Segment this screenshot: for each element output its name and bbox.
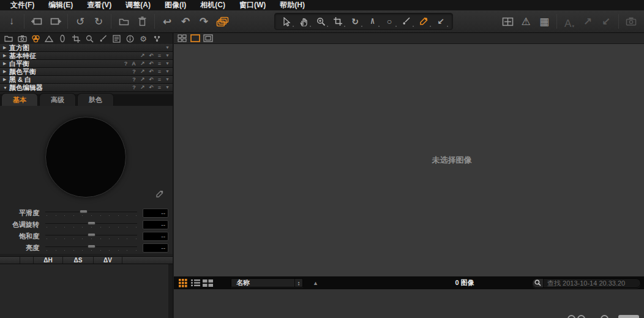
slider-value[interactable]: -- bbox=[143, 232, 168, 241]
help-icon[interactable]: ? bbox=[132, 76, 136, 83]
reset-adjustments-icon[interactable]: ↶ bbox=[149, 84, 154, 91]
copy-adjustments-icon[interactable]: ↗ bbox=[140, 76, 145, 83]
menu-view[interactable]: 查看(V) bbox=[81, 0, 117, 10]
grid-overlay-icon[interactable]: ▦ bbox=[535, 13, 553, 30]
arrow-up-right-icon[interactable]: ↗ bbox=[578, 13, 597, 30]
tab-advanced[interactable]: 高级 bbox=[39, 93, 76, 106]
list-view-button[interactable] bbox=[189, 278, 201, 288]
color-delta-table-body[interactable] bbox=[0, 264, 173, 318]
menu-window[interactable]: 窗口(W) bbox=[234, 0, 271, 10]
arrow-down-left-icon[interactable]: ↙ bbox=[597, 13, 615, 30]
primary-view-icon[interactable] bbox=[189, 34, 201, 43]
redo-icon[interactable]: ↷ bbox=[195, 13, 213, 30]
slider-track[interactable] bbox=[45, 232, 137, 241]
crop-tool[interactable] bbox=[329, 14, 346, 29]
browser-thumbnails-area[interactable] bbox=[174, 289, 644, 318]
spot-circle-tool[interactable]: ○ bbox=[381, 14, 398, 29]
menu-edit[interactable]: 编辑(E) bbox=[43, 0, 78, 10]
section-dropdown-icon[interactable]: ▼ bbox=[165, 68, 170, 75]
color-wheel[interactable] bbox=[45, 117, 126, 198]
menu-file[interactable]: 文件(F) bbox=[5, 0, 40, 10]
menu-camera[interactable]: 相机(C) bbox=[195, 0, 231, 10]
select-spinner-icon[interactable]: ▴ ▾ bbox=[294, 279, 302, 287]
section-dropdown-icon[interactable]: ▼ bbox=[165, 45, 170, 51]
slider-value[interactable]: -- bbox=[143, 220, 168, 229]
menu-image[interactable]: 图像(I) bbox=[159, 0, 192, 10]
reset-adjustments-icon[interactable]: ↶ bbox=[149, 53, 154, 59]
multi-view-icon[interactable] bbox=[176, 34, 189, 43]
rotate-image-left-icon[interactable] bbox=[28, 13, 46, 30]
tab-metadata-icon[interactable] bbox=[110, 34, 123, 43]
rotate-image-right-icon[interactable] bbox=[46, 13, 64, 30]
tab-library-folder-icon[interactable] bbox=[2, 34, 15, 43]
section-dropdown-icon[interactable]: ▼ bbox=[165, 61, 170, 67]
reset-adjustments-icon[interactable]: ↶ bbox=[149, 61, 154, 67]
copy-adjustments-icon[interactable]: ↗ bbox=[140, 61, 145, 67]
rotate-cw-icon[interactable]: ↻ bbox=[89, 13, 108, 30]
tab-basic[interactable]: 基本 bbox=[1, 93, 38, 106]
reset-adjustments-icon[interactable]: ↶ bbox=[149, 68, 154, 75]
section-dropdown-icon[interactable]: ▼ bbox=[165, 53, 170, 59]
tab-info-icon[interactable] bbox=[123, 34, 137, 43]
rotate-ccw-icon[interactable]: ↺ bbox=[71, 13, 89, 30]
copy-adjustments-icon[interactable]: ↗ bbox=[140, 68, 145, 75]
tab-lens-icon[interactable] bbox=[56, 34, 69, 43]
presets-menu-icon[interactable]: ≡ bbox=[158, 53, 161, 59]
brush-tool[interactable] bbox=[398, 14, 415, 29]
tab-details-loupe-icon[interactable] bbox=[83, 34, 96, 43]
slider-handle[interactable] bbox=[88, 245, 95, 248]
grid-view-button[interactable] bbox=[177, 278, 189, 288]
slider-track[interactable] bbox=[45, 244, 137, 253]
section-dropdown-icon[interactable]: ▼ bbox=[165, 76, 170, 83]
copy-adjustments-icon[interactable]: ↗ bbox=[140, 84, 145, 91]
tab-output-icon[interactable] bbox=[150, 34, 163, 43]
slider-track[interactable] bbox=[45, 209, 137, 218]
tab-skin-tone[interactable]: 肤色 bbox=[77, 93, 114, 106]
slider-handle[interactable] bbox=[88, 221, 95, 225]
slider-track[interactable] bbox=[45, 221, 137, 229]
proof-view-icon[interactable] bbox=[201, 34, 214, 43]
section-color-editor[interactable]: ▼ 颜色编辑器 ? ↗ ↶ ≡ ▼ bbox=[0, 84, 173, 92]
undo-back-icon[interactable]: ↩ bbox=[158, 13, 176, 30]
tab-settings-gear-icon[interactable]: ⚙ bbox=[137, 34, 150, 43]
sort-ascending-button[interactable]: ▲ bbox=[313, 280, 318, 286]
search-input[interactable] bbox=[544, 279, 640, 287]
presets-menu-icon[interactable]: ≡ bbox=[158, 76, 161, 83]
zoom-tool[interactable] bbox=[312, 14, 329, 29]
collapse-arrow-icon[interactable]: ▶ bbox=[3, 77, 9, 82]
menu-adjustments[interactable]: 调整(A) bbox=[120, 0, 156, 10]
help-icon[interactable]: ? bbox=[132, 68, 136, 75]
collapse-arrow-icon[interactable]: ▶ bbox=[3, 61, 9, 66]
color-picker-tool[interactable] bbox=[415, 14, 432, 29]
tab-color-icon[interactable] bbox=[29, 34, 42, 43]
camera-capture-icon[interactable] bbox=[622, 13, 640, 30]
menu-help[interactable]: 帮助(H) bbox=[274, 0, 310, 10]
presets-menu-icon[interactable]: ≡ bbox=[158, 84, 161, 91]
presets-menu-icon[interactable]: ≡ bbox=[158, 68, 161, 75]
slider-handle[interactable] bbox=[88, 233, 95, 237]
table-col-delta-s[interactable]: ΔS bbox=[63, 257, 94, 264]
slider-value[interactable]: -- bbox=[143, 209, 168, 218]
collapse-arrow-icon[interactable]: ▶ bbox=[3, 69, 9, 74]
copy-adjustments-icon[interactable]: ↗ bbox=[140, 53, 145, 59]
tab-local-adjustments-brush-icon[interactable] bbox=[96, 34, 110, 43]
straighten-tool[interactable]: ↻ bbox=[346, 14, 364, 29]
annotation-text-icon[interactable]: A ▾ bbox=[560, 13, 578, 30]
collapse-arrow-icon[interactable]: ▶ bbox=[3, 45, 9, 50]
undo-icon[interactable]: ↶ bbox=[176, 13, 195, 30]
eyedropper-icon[interactable] bbox=[155, 190, 164, 201]
reset-adjustments-icon[interactable]: ↶ bbox=[149, 76, 154, 83]
exposure-warning-icon[interactable]: ⚠ bbox=[517, 13, 535, 30]
expand-arrow-icon[interactable]: ▼ bbox=[3, 86, 9, 90]
tab-exposure-icon[interactable] bbox=[42, 34, 56, 43]
variants-stack-icon[interactable] bbox=[213, 13, 231, 30]
help-icon[interactable]: ? bbox=[124, 61, 128, 67]
import-download-icon[interactable]: ↓ bbox=[2, 13, 21, 30]
presets-menu-icon[interactable]: ≡ bbox=[158, 61, 161, 67]
tab-crop-icon[interactable] bbox=[69, 34, 83, 43]
filmstrip-view-button[interactable] bbox=[201, 278, 214, 288]
section-dropdown-icon[interactable]: ▼ bbox=[165, 84, 170, 91]
sort-field-select[interactable]: 名称 ▴ ▾ bbox=[231, 278, 303, 287]
select-cursor-tool[interactable] bbox=[278, 14, 295, 29]
table-col-delta-v[interactable]: ΔV bbox=[94, 257, 122, 264]
